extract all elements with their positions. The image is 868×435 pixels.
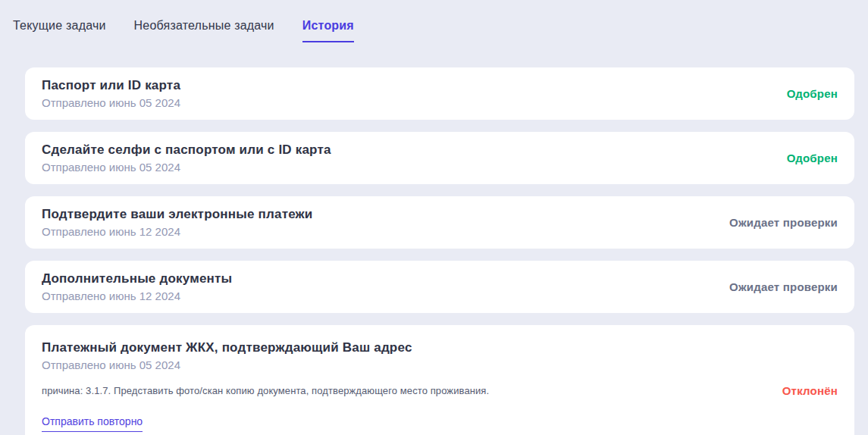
tab-1[interactable]: Необязательные задачи [134,19,274,42]
resend-button[interactable]: Отправить повторно [42,415,143,432]
card-main: Подтвердите ваши электронные платежиОтпр… [42,205,313,239]
history-card: Паспорт или ID картаОтправлено июнь 05 2… [25,67,854,120]
task-title: Платежный документ ЖКХ, подтверждающий В… [42,339,838,356]
task-sent-date: Отправлено июнь 05 2024 [42,95,180,111]
task-sent-date: Отправлено июнь 05 2024 [42,358,838,373]
status-badge: Одобрен [787,152,838,164]
task-title: Паспорт или ID карта [42,77,180,94]
history-list: Паспорт или ID картаОтправлено июнь 05 2… [0,67,868,435]
status-badge: Ожидает проверки [729,280,838,293]
card-main: Паспорт или ID картаОтправлено июнь 05 2… [42,77,180,111]
tab-bar: Текущие задачиНеобязательные задачиИстор… [0,0,868,42]
card-main: Сделайте селфи с паспортом или с ID карт… [42,141,331,175]
history-card: Платежный документ ЖКХ, подтверждающий В… [25,325,854,435]
reason-row: причина: 3.1.7. Представить фото/скан ко… [42,384,838,397]
history-card: Сделайте селфи с паспортом или с ID карт… [25,132,854,184]
status-badge: Отклонён [782,384,838,397]
task-sent-date: Отправлено июнь 05 2024 [42,160,331,175]
history-card: Дополнительные документыОтправлено июнь … [25,261,854,313]
task-sent-date: Отправлено июнь 12 2024 [42,224,313,239]
card-main: Дополнительные документыОтправлено июнь … [42,270,232,304]
status-badge: Одобрен [787,87,838,100]
task-title: Подтвердите ваши электронные платежи [42,205,313,223]
rejection-reason: причина: 3.1.7. Представить фото/скан ко… [42,385,489,396]
tab-0[interactable]: Текущие задачи [13,19,106,42]
task-title: Дополнительные документы [42,270,232,287]
tab-history-active[interactable]: История [302,19,354,42]
history-card: Подтвердите ваши электронные платежиОтпр… [25,196,854,249]
task-sent-date: Отправлено июнь 12 2024 [42,289,232,304]
status-badge: Ожидает проверки [729,216,838,229]
task-title: Сделайте селфи с паспортом или с ID карт… [42,141,331,158]
